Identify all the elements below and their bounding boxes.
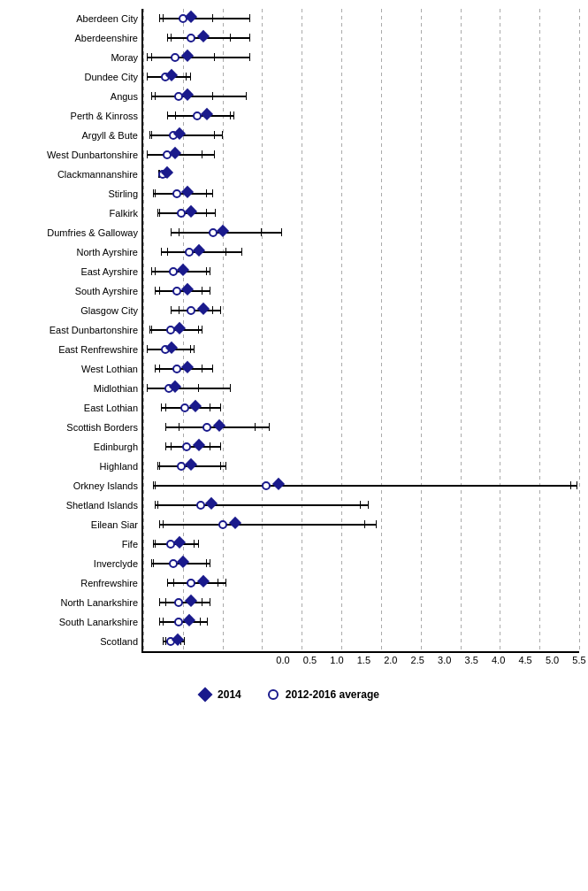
filled-marker bbox=[193, 439, 205, 451]
y-label: East Ayrshire bbox=[80, 262, 138, 281]
data-row bbox=[143, 476, 579, 495]
filled-marker bbox=[197, 575, 210, 588]
open-marker bbox=[187, 579, 195, 588]
filled-marker bbox=[272, 478, 285, 490]
data-row bbox=[143, 242, 579, 262]
x-axis-label: 5.0 bbox=[546, 655, 559, 665]
legend: 2014 2012-2016 average bbox=[0, 688, 579, 701]
x-axis-label: 0.0 bbox=[276, 655, 289, 665]
open-marker bbox=[171, 53, 179, 62]
legend-item-average: 2012-2016 average bbox=[268, 688, 379, 701]
data-row bbox=[143, 437, 579, 457]
y-label: Renfrewshire bbox=[80, 573, 138, 593]
open-marker bbox=[174, 598, 183, 607]
x-axis-label: 1.0 bbox=[330, 655, 343, 665]
data-row bbox=[143, 87, 579, 106]
data-row bbox=[143, 398, 579, 418]
y-label: Orkney Islands bbox=[73, 476, 138, 495]
error-bar-filled bbox=[155, 485, 577, 487]
data-row bbox=[143, 204, 579, 223]
legend-label-2014: 2014 bbox=[218, 688, 241, 701]
error-bar-filled bbox=[163, 524, 377, 526]
chart-container: Aberdeen CityAberdeenshireMorayDundee Ci… bbox=[0, 0, 588, 710]
data-row bbox=[143, 126, 579, 145]
y-label: Glasgow City bbox=[80, 301, 138, 320]
filled-marker bbox=[213, 419, 225, 432]
data-row bbox=[143, 379, 579, 398]
filled-marker bbox=[181, 88, 194, 101]
open-marker bbox=[172, 365, 181, 373]
y-label: Inverclyde bbox=[94, 554, 138, 573]
x-axis-label: 0.5 bbox=[303, 655, 317, 665]
filled-marker bbox=[185, 11, 197, 23]
data-row bbox=[143, 184, 579, 204]
filled-marker bbox=[217, 225, 229, 237]
data-row bbox=[143, 28, 579, 48]
y-label: Stirling bbox=[108, 184, 138, 204]
x-axis-label: 5.5 bbox=[572, 655, 585, 665]
open-marker bbox=[172, 287, 181, 296]
open-marker bbox=[174, 618, 183, 626]
y-label: Aberdeenshire bbox=[74, 28, 138, 48]
data-row bbox=[143, 165, 579, 184]
filled-marker bbox=[173, 322, 186, 334]
filled-marker bbox=[181, 361, 194, 373]
data-row bbox=[143, 9, 579, 28]
open-marker bbox=[182, 442, 191, 451]
data-row bbox=[143, 67, 579, 87]
x-axis-label: 4.0 bbox=[492, 655, 505, 665]
y-label: Midlothian bbox=[94, 379, 138, 398]
grid-line bbox=[579, 9, 580, 651]
filled-marker bbox=[183, 614, 195, 626]
open-marker bbox=[218, 520, 227, 529]
data-row bbox=[143, 632, 579, 651]
open-marker bbox=[196, 501, 205, 510]
data-row bbox=[143, 573, 579, 593]
y-label: Falkirk bbox=[110, 204, 138, 223]
open-marker bbox=[180, 403, 189, 412]
data-row bbox=[143, 495, 579, 515]
y-label: East Renfrewshire bbox=[58, 340, 138, 359]
y-label: Argyll & Bute bbox=[81, 126, 138, 145]
data-row bbox=[143, 262, 579, 281]
legend-open-marker bbox=[268, 689, 279, 700]
filled-marker bbox=[185, 458, 197, 471]
open-marker bbox=[187, 306, 195, 315]
data-row bbox=[143, 223, 579, 242]
plot-area bbox=[141, 9, 579, 653]
y-label: Eilean Siar bbox=[91, 515, 138, 534]
error-bar-filled bbox=[157, 504, 369, 506]
data-row bbox=[143, 48, 579, 67]
open-marker bbox=[187, 34, 195, 42]
filled-marker bbox=[197, 303, 210, 315]
open-marker bbox=[172, 189, 181, 198]
filled-marker bbox=[201, 108, 213, 120]
filled-marker bbox=[181, 50, 194, 62]
data-row bbox=[143, 554, 579, 573]
y-label: Moray bbox=[111, 48, 138, 67]
x-axis-label: 3.0 bbox=[438, 655, 451, 665]
data-row bbox=[143, 145, 579, 165]
y-label: Scottish Borders bbox=[66, 418, 138, 437]
y-label: Aberdeen City bbox=[76, 9, 138, 28]
filled-marker bbox=[185, 205, 197, 218]
data-row bbox=[143, 301, 579, 320]
y-label: Dundee City bbox=[84, 67, 138, 87]
y-labels: Aberdeen CityAberdeenshireMorayDundee Ci… bbox=[0, 9, 141, 653]
filled-marker bbox=[205, 497, 218, 510]
y-label: Perth & Kinross bbox=[71, 106, 138, 126]
y-label: West Dunbartonshire bbox=[47, 145, 138, 165]
data-row bbox=[143, 106, 579, 126]
x-axis-labels: 0.00.51.01.52.02.53.03.54.04.55.05.5 bbox=[141, 655, 579, 671]
x-axis-label: 3.5 bbox=[465, 655, 478, 665]
data-row bbox=[143, 534, 579, 554]
y-label: East Dunbartonshire bbox=[50, 320, 138, 340]
open-marker bbox=[262, 481, 271, 490]
data-row bbox=[143, 320, 579, 340]
y-label: East Lothian bbox=[84, 398, 138, 418]
y-label: West Lothian bbox=[81, 359, 138, 379]
row-container bbox=[143, 9, 579, 651]
data-row bbox=[143, 593, 579, 612]
data-row bbox=[143, 418, 579, 437]
data-row bbox=[143, 457, 579, 476]
